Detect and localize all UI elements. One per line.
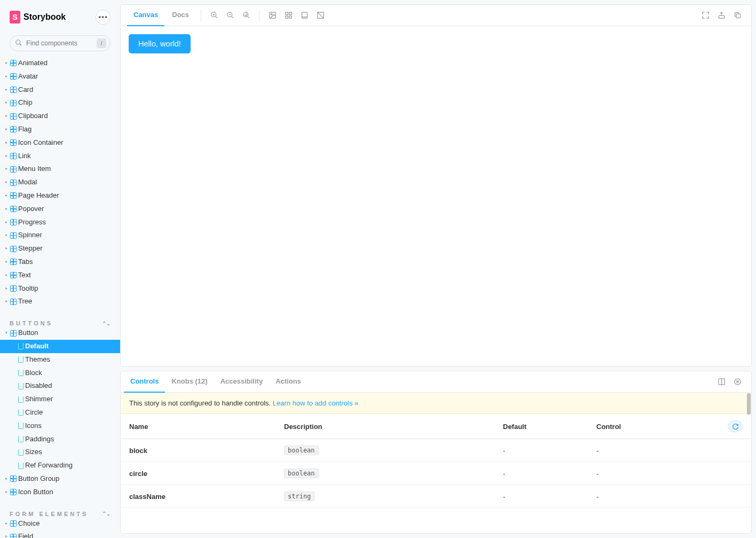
tab-accessibility[interactable]: Accessibility bbox=[214, 371, 270, 393]
tab-docs[interactable]: Docs bbox=[166, 5, 195, 26]
tree-label: Page Header bbox=[18, 190, 59, 201]
menu-button[interactable]: ••• bbox=[96, 10, 111, 25]
grid-button[interactable] bbox=[281, 8, 296, 23]
sidebar-item-tooltip[interactable]: ▸ Tooltip bbox=[0, 282, 120, 295]
chevron-right-icon: ▸ bbox=[4, 61, 9, 65]
sidebar-item-modal[interactable]: ▸ Modal bbox=[0, 176, 120, 189]
tab-controls[interactable]: Controls bbox=[124, 371, 165, 393]
tab-actions[interactable]: Actions bbox=[269, 371, 308, 393]
sidebar: Storybook ••• / ▸ Animated ▸ Avatar ▸ Ca… bbox=[0, 0, 120, 538]
fullscreen-button[interactable] bbox=[698, 8, 713, 23]
notice-link[interactable]: Learn how to add controls » bbox=[273, 399, 358, 407]
tree-label: Link bbox=[18, 151, 31, 162]
component-tree[interactable]: ▸ Animated ▸ Avatar ▸ Card ▸ Chip ▸ Clip… bbox=[0, 57, 120, 538]
story-item-default[interactable]: Default bbox=[0, 340, 120, 353]
tree-label: Clipboard bbox=[18, 111, 48, 122]
component-icon bbox=[10, 73, 17, 80]
sidebar-item-stepper[interactable]: ▸ Stepper bbox=[0, 242, 120, 255]
sidebar-item-clipboard[interactable]: ▸ Clipboard bbox=[0, 110, 120, 123]
story-icon bbox=[18, 370, 23, 376]
toolbar-separator bbox=[259, 10, 259, 21]
component-icon bbox=[10, 153, 17, 159]
component-icon bbox=[10, 489, 17, 495]
scrollbar[interactable] bbox=[747, 393, 751, 415]
sidebar-item-text[interactable]: ▸ Text bbox=[0, 269, 120, 282]
tab-knobs[interactable]: Knobs (12) bbox=[165, 371, 214, 393]
sidebar-item-avatar[interactable]: ▸ Avatar bbox=[0, 70, 120, 83]
prop-control[interactable]: - bbox=[596, 447, 717, 455]
sidebar-item-menu-item[interactable]: ▸ Menu Item bbox=[0, 162, 120, 176]
search-container: / bbox=[10, 35, 111, 51]
prop-type: boolean bbox=[284, 446, 503, 455]
measure-button[interactable] bbox=[313, 8, 328, 23]
panel-close-button[interactable] bbox=[730, 375, 745, 389]
component-icon bbox=[10, 219, 17, 225]
group-header-buttons[interactable]: BUTTONS ⌃⌄ bbox=[0, 320, 120, 326]
story-item-themes[interactable]: Themes bbox=[0, 353, 120, 367]
sidebar-item-link[interactable]: ▸ Link bbox=[0, 150, 120, 163]
sidebar-item-icon-button[interactable]: ▸ Icon Button bbox=[0, 486, 120, 499]
sidebar-item-card[interactable]: ▸ Card bbox=[0, 83, 120, 97]
sidebar-item-chip[interactable]: ▸ Chip bbox=[0, 96, 120, 110]
background-button[interactable] bbox=[265, 8, 280, 23]
open-in-new-button[interactable] bbox=[714, 8, 729, 23]
sidebar-item-icon-container[interactable]: ▸ Icon Container bbox=[0, 136, 120, 150]
notice-text: This story is not configured to handle c… bbox=[129, 399, 273, 407]
sidebar-item-choice[interactable]: ▸ Choice bbox=[0, 517, 120, 531]
story-item-ref-forwarding[interactable]: Ref Forwarding bbox=[0, 459, 120, 472]
sidebar-item-popover[interactable]: ▸ Popover bbox=[0, 202, 120, 216]
collapse-icon: ⌃⌄ bbox=[102, 511, 111, 517]
tree-label: Themes bbox=[25, 354, 50, 365]
sidebar-item-tabs[interactable]: ▸ Tabs bbox=[0, 255, 120, 269]
panel-orientation-button[interactable] bbox=[714, 375, 729, 389]
story-item-sizes[interactable]: Sizes bbox=[0, 446, 120, 459]
story-item-disabled[interactable]: Disabled bbox=[0, 379, 120, 393]
sidebar-item-page-header[interactable]: ▸ Page Header bbox=[0, 189, 120, 202]
component-icon bbox=[10, 139, 17, 146]
sidebar-item-button[interactable]: ▾ Button bbox=[0, 326, 120, 340]
demo-button[interactable]: Hello, world! bbox=[129, 34, 191, 53]
sidebar-item-field[interactable]: ▸ Field bbox=[0, 530, 120, 538]
main-area: Canvas Docs Hello, world! bbox=[120, 0, 756, 538]
zoom-in-button[interactable] bbox=[207, 8, 222, 23]
component-icon bbox=[10, 192, 17, 199]
sidebar-item-flag[interactable]: ▸ Flag bbox=[0, 123, 120, 136]
chevron-right-icon: ▸ bbox=[4, 114, 9, 119]
reset-controls-button[interactable] bbox=[728, 420, 743, 432]
svg-rect-15 bbox=[285, 16, 287, 18]
storybook-logo-icon bbox=[10, 11, 20, 24]
group-header-form-elements[interactable]: FORM ELEMENTS ⌃⌄ bbox=[0, 511, 120, 517]
prop-control[interactable]: - bbox=[596, 470, 717, 478]
zoom-reset-button[interactable] bbox=[239, 8, 254, 23]
tree-label: Chip bbox=[18, 97, 33, 108]
storybook-logo[interactable]: Storybook bbox=[10, 11, 66, 24]
search-input[interactable] bbox=[10, 35, 111, 51]
sidebar-item-tree[interactable]: ▸ Tree bbox=[0, 295, 120, 308]
sidebar-item-progress[interactable]: ▸ Progress bbox=[0, 216, 120, 229]
prop-default: - bbox=[503, 493, 596, 501]
story-item-circle[interactable]: Circle bbox=[0, 406, 120, 419]
sidebar-item-animated[interactable]: ▸ Animated bbox=[0, 57, 120, 70]
svg-point-9 bbox=[243, 12, 248, 17]
story-item-paddings[interactable]: Paddings bbox=[0, 433, 120, 446]
tab-canvas[interactable]: Canvas bbox=[127, 5, 164, 26]
sidebar-item-spinner[interactable]: ▸ Spinner bbox=[0, 229, 120, 242]
chevron-right-icon: ▸ bbox=[4, 535, 9, 538]
tree-label: Block bbox=[25, 368, 42, 379]
sidebar-item-button-group[interactable]: ▸ Button Group bbox=[0, 472, 120, 486]
prop-control[interactable]: - bbox=[596, 493, 717, 501]
story-item-icons[interactable]: Icons bbox=[0, 419, 120, 433]
tree-label: Stepper bbox=[18, 243, 43, 254]
story-item-block[interactable]: Block bbox=[0, 367, 120, 380]
controls-table: Name Description Default Control block b… bbox=[121, 414, 751, 533]
zoom-out-button[interactable] bbox=[223, 8, 238, 23]
control-row: className string - - bbox=[121, 485, 751, 508]
copy-link-button[interactable] bbox=[730, 8, 745, 23]
story-item-shimmer[interactable]: Shimmer bbox=[0, 393, 120, 406]
preview-panel: Canvas Docs Hello, world! bbox=[120, 4, 752, 367]
viewport-button[interactable] bbox=[297, 8, 312, 23]
chevron-right-icon: ▸ bbox=[4, 74, 9, 79]
tree-label: Flag bbox=[18, 124, 32, 135]
tree-label: Button Group bbox=[18, 473, 59, 485]
component-icon bbox=[10, 534, 17, 538]
